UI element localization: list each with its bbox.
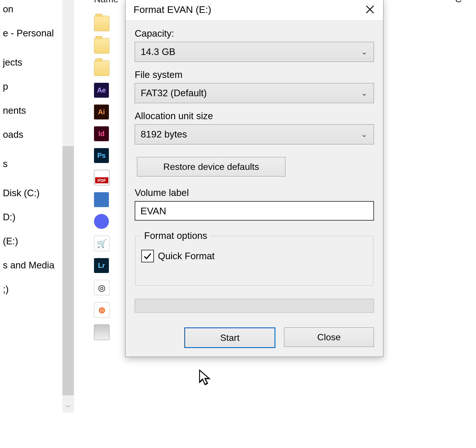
nav-item[interactable]: Disk (C:) [0, 181, 62, 205]
checkbox-icon [141, 250, 154, 262]
nav-item[interactable]: oads [0, 123, 62, 147]
volume-label-input[interactable] [135, 201, 374, 221]
restore-defaults-button[interactable]: Restore device defaults [137, 157, 285, 176]
close-button[interactable] [357, 0, 383, 20]
explorer-nav-pane: one - PersonaljectspnentsoadssDisk (C:)D… [0, 0, 62, 306]
nav-item[interactable]: nents [0, 99, 62, 123]
chevron-down-icon: ⌄ [361, 48, 367, 56]
quick-format-checkbox[interactable]: Quick Format [141, 250, 367, 262]
illustrator-icon[interactable] [94, 105, 109, 119]
chevron-down-icon: ⌄ [361, 89, 367, 98]
nav-item[interactable]: p [0, 74, 62, 99]
capacity-label: Capacity: [135, 28, 374, 39]
filesystem-select[interactable]: FAT32 (Default) ⌄ [135, 83, 374, 103]
allocation-label: Allocation unit size [135, 111, 374, 121]
nav-item[interactable]: s and Media [0, 253, 62, 277]
format-options-legend: Format options [141, 230, 210, 241]
capacity-value: 14.3 GB [141, 46, 175, 57]
chevron-down-icon: ⌄ [361, 130, 367, 139]
nav-item[interactable]: s [0, 152, 62, 176]
quick-format-label: Quick Format [158, 251, 215, 262]
indesign-icon[interactable] [94, 126, 109, 141]
nav-item[interactable]: (E:) [0, 229, 62, 253]
scroll-thumb[interactable] [62, 146, 74, 395]
folder-icon[interactable] [94, 16, 109, 31]
app-shortcut-icon[interactable] [94, 192, 109, 207]
close-icon [365, 5, 375, 14]
photoshop-icon[interactable] [94, 148, 109, 163]
nav-item[interactable]: jects [0, 50, 62, 74]
nav-item[interactable]: e - Personal [0, 21, 62, 45]
dialog-titlebar[interactable]: Format EVAN (E:) [126, 0, 383, 21]
start-button[interactable]: Start [184, 327, 275, 348]
allocation-select[interactable]: 8192 bytes ⌄ [135, 124, 374, 144]
scroll-down-arrow[interactable]: ﹀ [62, 401, 74, 412]
volume-label-label: Volume label [135, 187, 374, 198]
filesystem-value: FAT32 (Default) [141, 88, 207, 99]
capacity-select[interactable]: 14.3 GB ⌄ [135, 42, 374, 62]
format-dialog: Format EVAN (E:) Capacity: 14.3 GB ⌄ Fil… [125, 0, 383, 357]
nav-scrollbar[interactable]: ﹀ [62, 0, 74, 412]
allocation-value: 8192 bytes [141, 129, 187, 140]
close-dialog-button[interactable]: Close [284, 327, 374, 347]
after-effects-icon[interactable] [94, 83, 109, 98]
lightroom-icon[interactable] [94, 258, 109, 273]
nav-item[interactable]: on [0, 0, 62, 21]
format-options-group: Format options Quick Format [135, 230, 373, 286]
browser-icon[interactable] [94, 302, 109, 318]
drive-icon[interactable] [94, 325, 109, 340]
dialog-title: Format EVAN (E:) [134, 4, 357, 15]
column-header-contact[interactable]: C [455, 0, 462, 5]
nav-item[interactable]: ;) [0, 277, 62, 301]
format-progress-bar [135, 299, 374, 313]
nav-item[interactable]: D:) [0, 205, 62, 229]
pdf-icon[interactable] [94, 170, 109, 185]
discord-icon[interactable] [94, 214, 109, 229]
folder-icon[interactable] [94, 38, 109, 54]
folder-icon[interactable] [94, 60, 109, 76]
shopping-app-icon[interactable] [94, 236, 109, 251]
origin-icon[interactable] [94, 280, 109, 295]
filesystem-label: File system [135, 69, 374, 80]
